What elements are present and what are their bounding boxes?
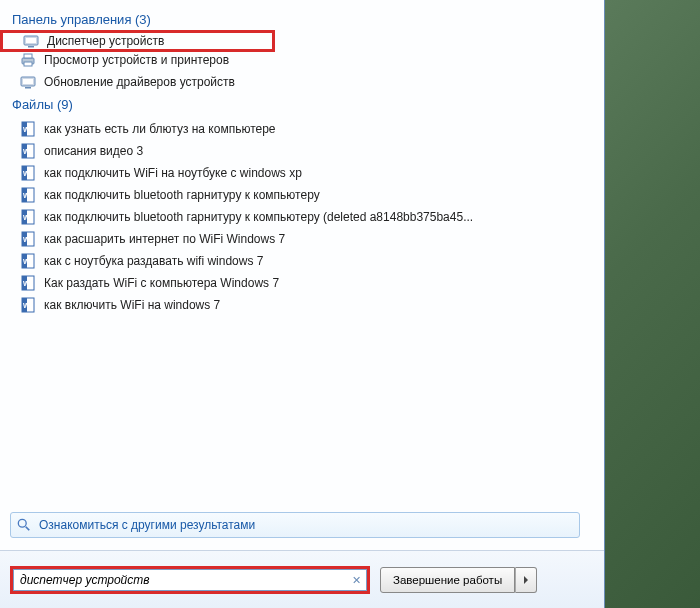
svg-text:W: W — [23, 170, 30, 177]
result-file[interactable]: W Как раздать WiFi с компьютера Windows … — [0, 272, 604, 294]
svg-line-37 — [26, 527, 30, 531]
word-doc-icon: W — [20, 121, 36, 137]
result-device-manager[interactable]: Диспетчер устройств — [0, 30, 275, 52]
section-header-files: Файлы (9) — [0, 93, 604, 118]
result-file[interactable]: W как с ноутбука раздавать wifi windows … — [0, 250, 604, 272]
result-file[interactable]: W как узнать есть ли блютуз на компьютер… — [0, 118, 604, 140]
result-label: Диспетчер устройств — [47, 34, 164, 48]
clear-search-icon[interactable]: ✕ — [352, 573, 361, 586]
svg-rect-5 — [24, 62, 32, 66]
svg-text:W: W — [23, 258, 30, 265]
result-label: как подключить WiFi на ноутбуке с window… — [44, 166, 302, 180]
bottom-bar: ✕ Завершение работы — [0, 550, 604, 608]
result-label: как включить WiFi на windows 7 — [44, 298, 220, 312]
search-box-highlight: ✕ — [10, 566, 370, 594]
svg-text:W: W — [23, 214, 30, 221]
svg-rect-2 — [28, 46, 34, 48]
device-manager-icon — [23, 33, 39, 49]
svg-text:W: W — [23, 236, 30, 243]
svg-text:W: W — [23, 280, 30, 287]
svg-rect-8 — [25, 87, 31, 89]
chevron-right-icon — [522, 573, 530, 587]
svg-rect-4 — [24, 54, 32, 58]
shutdown-button-group: Завершение работы — [380, 567, 537, 593]
word-doc-icon: W — [20, 143, 36, 159]
word-doc-icon: W — [20, 187, 36, 203]
word-doc-icon: W — [20, 165, 36, 181]
svg-text:W: W — [23, 302, 30, 309]
result-label: Просмотр устройств и принтеров — [44, 53, 229, 67]
start-menu-search-results: Панель управления (3) Диспетчер устройст… — [0, 0, 605, 608]
word-doc-icon: W — [20, 209, 36, 225]
word-doc-icon: W — [20, 275, 36, 291]
result-label: Обновление драйверов устройств — [44, 75, 235, 89]
desktop-background — [605, 0, 700, 608]
result-file[interactable]: W как подключить bluetooth гарнитуру к к… — [0, 184, 604, 206]
result-update-drivers[interactable]: Обновление драйверов устройств — [0, 71, 604, 93]
result-label: как узнать есть ли блютуз на компьютере — [44, 122, 276, 136]
shutdown-button[interactable]: Завершение работы — [380, 567, 515, 593]
svg-point-36 — [18, 519, 26, 527]
see-more-results[interactable]: Ознакомиться с другими результатами — [10, 512, 580, 538]
svg-rect-7 — [23, 79, 33, 84]
result-devices-printers[interactable]: Просмотр устройств и принтеров — [0, 49, 604, 71]
result-label: как подключить bluetooth гарнитуру к ком… — [44, 210, 473, 224]
result-label: как подключить bluetooth гарнитуру к ком… — [44, 188, 320, 202]
svg-text:W: W — [23, 126, 30, 133]
word-doc-icon: W — [20, 231, 36, 247]
shutdown-options-button[interactable] — [515, 567, 537, 593]
result-file[interactable]: W как включить WiFi на windows 7 — [0, 294, 604, 316]
search-input[interactable] — [13, 569, 367, 591]
device-manager-icon — [20, 74, 36, 90]
result-file[interactable]: W как подключить bluetooth гарнитуру к к… — [0, 206, 604, 228]
result-label: как с ноутбука раздавать wifi windows 7 — [44, 254, 263, 268]
search-icon — [17, 518, 31, 532]
result-file[interactable]: W как расшарить интернет по WiFi Windows… — [0, 228, 604, 250]
svg-rect-1 — [26, 38, 36, 43]
result-label: описания видео 3 — [44, 144, 143, 158]
result-label: как расшарить интернет по WiFi Windows 7 — [44, 232, 285, 246]
svg-text:W: W — [23, 148, 30, 155]
svg-text:W: W — [23, 192, 30, 199]
result-file[interactable]: W описания видео 3 — [0, 140, 604, 162]
result-label: Как раздать WiFi с компьютера Windows 7 — [44, 276, 279, 290]
word-doc-icon: W — [20, 297, 36, 313]
word-doc-icon: W — [20, 253, 36, 269]
see-more-label: Ознакомиться с другими результатами — [39, 518, 255, 532]
result-file[interactable]: W как подключить WiFi на ноутбуке с wind… — [0, 162, 604, 184]
printer-icon — [20, 52, 36, 68]
